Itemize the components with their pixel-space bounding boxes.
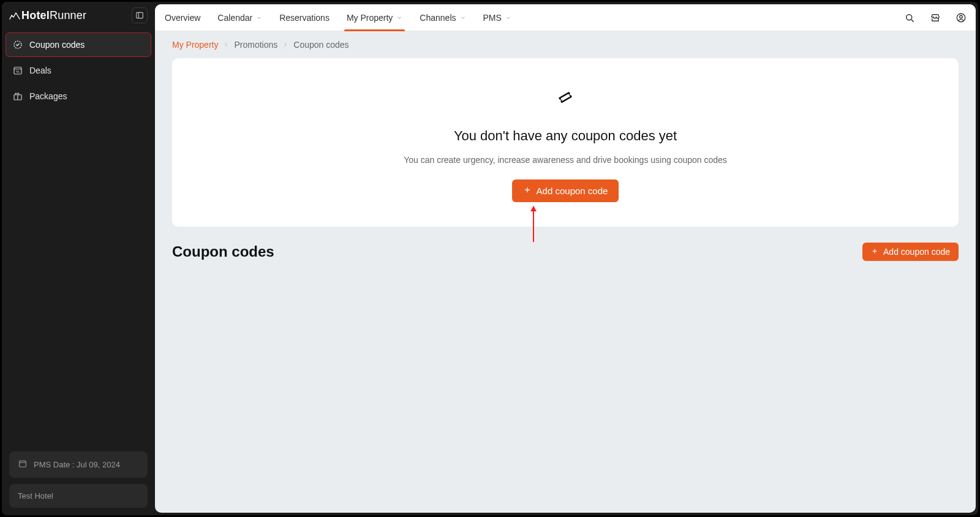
- topnav: Overview Calendar Reservations My Proper…: [157, 4, 519, 31]
- tab-reservations[interactable]: Reservations: [272, 4, 337, 31]
- sidebar: HotelRunner Coupon codes % Deals: [2, 2, 155, 515]
- breadcrumb: My Property Promotions Coupon codes: [155, 31, 976, 55]
- tab-my-property[interactable]: My Property: [339, 4, 410, 31]
- pms-date-label: PMS Date : Jul 09, 2024: [34, 460, 120, 469]
- empty-state-title: You don't have any coupon codes yet: [187, 128, 944, 144]
- tab-label: Channels: [420, 13, 456, 23]
- user-circle-icon: [956, 12, 967, 23]
- sidebar-item-label: Coupon codes: [29, 40, 85, 50]
- tab-overview[interactable]: Overview: [157, 4, 208, 31]
- chevron-right-icon: [223, 40, 229, 50]
- sidebar-item-label: Deals: [29, 66, 51, 75]
- app-shell: HotelRunner Coupon codes % Deals: [2, 2, 978, 515]
- sidebar-footer: PMS Date : Jul 09, 2024 Test Hotel: [2, 444, 155, 515]
- svg-text:%: %: [16, 70, 20, 74]
- logo-mark-icon: [9, 11, 20, 20]
- hotel-selector-pill[interactable]: Test Hotel: [9, 484, 148, 508]
- gift-icon: [12, 91, 23, 102]
- svg-rect-0: [137, 12, 143, 18]
- brand-name-b: Runner: [50, 9, 86, 22]
- panel-collapse-icon: [135, 11, 144, 20]
- topbar: Overview Calendar Reservations My Proper…: [155, 4, 976, 31]
- tab-label: Calendar: [217, 13, 252, 23]
- breadcrumb-promotions[interactable]: Promotions: [234, 40, 277, 50]
- chevron-down-icon: [256, 13, 262, 23]
- section-title: Coupon codes: [172, 243, 274, 260]
- content: You don't have any coupon codes yet You …: [155, 55, 976, 513]
- plus-icon: [523, 186, 532, 196]
- brand-logo[interactable]: HotelRunner: [9, 9, 132, 22]
- chevron-right-icon: [282, 40, 288, 50]
- tab-calendar[interactable]: Calendar: [210, 4, 270, 31]
- tab-label: Overview: [165, 13, 200, 23]
- svg-point-13: [960, 15, 963, 18]
- account-button[interactable]: [954, 10, 968, 25]
- tab-label: Reservations: [279, 13, 330, 23]
- sidebar-item-coupon-codes[interactable]: Coupon codes: [6, 32, 151, 57]
- tab-label: My Property: [347, 13, 393, 23]
- storefront-icon: [930, 12, 941, 23]
- ticket-icon: [187, 78, 944, 117]
- add-coupon-button-primary[interactable]: Add coupon code: [512, 179, 619, 202]
- chevron-down-icon: [460, 13, 466, 23]
- chevron-down-icon: [505, 13, 511, 23]
- plus-icon: [871, 247, 878, 257]
- tab-pms[interactable]: PMS: [476, 4, 519, 31]
- chevron-down-icon: [396, 13, 402, 23]
- sidebar-item-label: Packages: [29, 91, 67, 101]
- sidebar-header: HotelRunner: [2, 2, 155, 29]
- pms-date-pill[interactable]: PMS Date : Jul 09, 2024: [9, 451, 148, 478]
- search-button[interactable]: [902, 10, 917, 25]
- sidebar-nav: Coupon codes % Deals Packages: [2, 29, 155, 112]
- hotel-name: Test Hotel: [18, 491, 53, 500]
- topbar-actions: [902, 4, 968, 31]
- svg-point-10: [907, 14, 912, 20]
- button-label: Add coupon code: [537, 186, 608, 196]
- calendar-icon: [18, 459, 28, 470]
- coupon-icon: [12, 39, 23, 50]
- sidebar-item-packages[interactable]: Packages: [6, 84, 151, 108]
- empty-state-card: You don't have any coupon codes yet You …: [172, 58, 959, 227]
- section-header: Coupon codes Add coupon code: [172, 243, 959, 261]
- sidebar-item-deals[interactable]: % Deals: [6, 58, 151, 83]
- sidebar-collapse-button[interactable]: [132, 7, 148, 23]
- svg-line-11: [911, 20, 914, 22]
- deals-icon: %: [12, 65, 23, 76]
- button-label: Add coupon code: [883, 247, 950, 257]
- search-icon: [904, 12, 915, 23]
- main-panel: Overview Calendar Reservations My Proper…: [155, 4, 976, 513]
- breadcrumb-coupon-codes: Coupon codes: [293, 40, 349, 50]
- empty-state-subtitle: You can create urgency, increase awarene…: [187, 155, 944, 165]
- breadcrumb-my-property[interactable]: My Property: [172, 40, 218, 50]
- brand-name-a: Hotel: [21, 9, 50, 22]
- tab-channels[interactable]: Channels: [412, 4, 473, 31]
- apps-button[interactable]: [928, 10, 943, 25]
- add-coupon-button-secondary[interactable]: Add coupon code: [862, 243, 959, 261]
- svg-rect-8: [20, 461, 26, 467]
- tab-label: PMS: [483, 13, 502, 23]
